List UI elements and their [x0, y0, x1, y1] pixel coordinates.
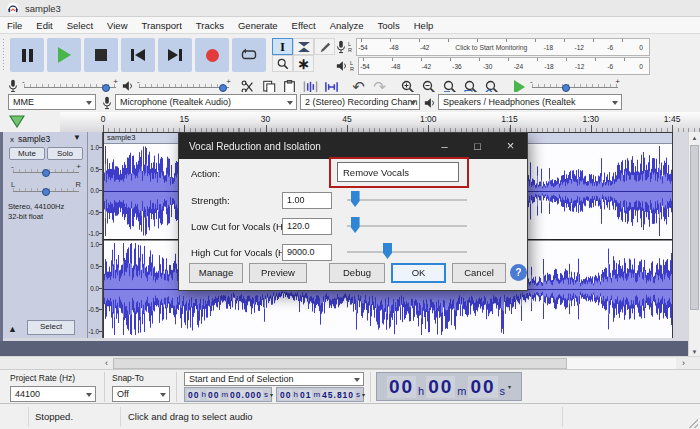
recording-meter-bar[interactable]: Click to Start Monitoring -54-48-42-18-1… [356, 38, 650, 56]
vocal-reduction-dialog[interactable]: Vocal Reduction and Isolation – □ × Acti… [178, 132, 528, 291]
selection-end-field[interactable]: 00h01m45.810s▾ [276, 387, 364, 402]
solo-button[interactable]: Solo [47, 147, 83, 160]
pause-button[interactable] [10, 38, 44, 72]
cancel-button[interactable]: Cancel [452, 263, 506, 283]
record-button[interactable] [195, 38, 229, 72]
pause-icon [22, 49, 33, 62]
slider-thumb[interactable] [42, 169, 50, 177]
menu-item[interactable]: Tracks [189, 19, 231, 32]
timeline-ruler[interactable]: 01530451:001:151:301:45 [60, 112, 700, 133]
recording-channels-select[interactable]: 2 (Stereo) Recording Chann [300, 94, 420, 110]
strength-slider[interactable] [347, 191, 467, 208]
envelope-tool-button[interactable] [293, 38, 314, 55]
separator [562, 407, 563, 427]
toolbar-grip[interactable] [2, 38, 6, 72]
selection-mode-select[interactable]: Start and End of Selection [184, 372, 364, 386]
selection-start-field[interactable]: 00h00m00.000s▾ [184, 387, 272, 402]
stop-button[interactable] [84, 38, 118, 72]
menu-item[interactable]: View [100, 19, 134, 32]
preview-button[interactable]: Preview [249, 263, 307, 283]
low-cut-slider[interactable] [347, 217, 467, 234]
menu-item[interactable]: Help [407, 19, 441, 32]
recording-device-select[interactable]: Microphone (Realtek Audio) [115, 94, 297, 110]
menu-item[interactable]: Analyze [323, 19, 371, 32]
selection-tool-button[interactable]: I [272, 38, 293, 55]
menu-item[interactable]: Tools [371, 19, 407, 32]
horizontal-scrollbar[interactable]: ‹ › [0, 356, 700, 369]
slider-thumb[interactable] [102, 84, 110, 92]
resize-grip[interactable] [689, 419, 698, 428]
chevron-down-icon [410, 101, 416, 105]
horizontal-scrollbar-thumb[interactable] [113, 358, 567, 369]
track-name[interactable]: sample3 [18, 134, 50, 144]
scroll-up-icon[interactable]: ▲ [689, 132, 700, 144]
low-cut-label: Low Cut for Vocals (Hz): [191, 221, 293, 232]
ok-button[interactable]: OK [391, 263, 446, 283]
snap-to-select[interactable]: Off [112, 386, 170, 402]
skip-to-start-button[interactable] [121, 38, 155, 72]
close-button[interactable]: × [494, 133, 527, 159]
playback-device-select[interactable]: Speakers / Headphones (Realtek [438, 94, 622, 110]
meter-ticks [363, 58, 645, 61]
window-titlebar[interactable]: sample3 [0, 0, 700, 17]
audio-position-display[interactable]: 00h00m00s▾ [376, 372, 522, 401]
skip-to-end-button[interactable] [158, 38, 192, 72]
vertical-scrollbar[interactable]: ▲ ▼ [688, 132, 700, 358]
strength-input[interactable]: 1.00 [282, 192, 332, 209]
track-close-button[interactable]: x [6, 134, 18, 146]
help-button[interactable]: ? [510, 264, 527, 281]
draw-tool-button[interactable] [314, 38, 335, 55]
vertical-scrollbar-thumb[interactable] [690, 145, 699, 310]
high-cut-slider[interactable] [347, 243, 467, 260]
amplitude-label: 0.5 [90, 262, 99, 269]
menu-item[interactable]: Transport [135, 19, 189, 32]
dropdown-arrow-icon[interactable]: ▾ [270, 391, 273, 398]
multi-tool-button[interactable]: ∗ [293, 55, 314, 72]
dialog-titlebar[interactable]: Vocal Reduction and Isolation – □ × [179, 133, 527, 159]
meter-channel-right-label: R [348, 47, 356, 53]
loop-button[interactable] [232, 38, 266, 72]
manage-button[interactable]: Manage [189, 263, 243, 283]
seconds-value: 00 [468, 376, 497, 398]
zoom-tool-button[interactable] [272, 55, 293, 72]
maximize-button[interactable]: □ [461, 133, 494, 159]
slider-thumb[interactable] [562, 84, 570, 92]
amplitude-ruler[interactable]: 1.00.50.0-0.5-1.01.00.50.0-0.5-1.0 [88, 132, 103, 338]
audio-host-select[interactable]: MME [8, 94, 96, 110]
playback-meter-bar[interactable]: -54-48-42-36-30-24-18-12-60 [358, 57, 650, 75]
dropdown-arrow-icon[interactable]: ▾ [362, 391, 365, 398]
scroll-left-icon[interactable]: ‹ [100, 358, 113, 369]
timeline-options-button[interactable] [9, 115, 25, 128]
gain-slider[interactable]: - + [13, 166, 79, 178]
slider-thumb[interactable] [42, 188, 50, 196]
pan-slider[interactable]: L R [13, 185, 79, 197]
high-cut-input[interactable]: 9000.0 [282, 244, 332, 261]
scroll-right-icon[interactable]: › [677, 358, 690, 369]
slider-thumb[interactable] [351, 191, 360, 207]
monitor-hint-label[interactable]: Click to Start Monitoring [455, 44, 527, 51]
menu-item[interactable]: File [0, 19, 29, 32]
menu-item[interactable]: Edit [29, 19, 59, 32]
track-select-button[interactable]: Select [27, 320, 75, 335]
project-rate-select[interactable]: 44100 [10, 386, 96, 402]
slider-thumb[interactable] [351, 217, 360, 233]
dropdown-arrow-icon[interactable]: ▾ [508, 383, 511, 390]
recording-meter[interactable]: LR Click to Start Monitoring -54-48-42-1… [336, 38, 650, 56]
track-menu-button[interactable]: ▼ [73, 133, 81, 142]
separator [176, 372, 177, 402]
track-control-panel[interactable]: x sample3 ▼ Mute Solo - + L R Stereo, 44… [3, 132, 88, 338]
horizontal-scrollbar-track[interactable] [113, 358, 676, 369]
slider-thumb[interactable] [383, 243, 392, 259]
play-button[interactable] [47, 38, 81, 72]
menu-item[interactable]: Generate [231, 19, 285, 32]
mute-button[interactable]: Mute [9, 147, 45, 160]
playback-meter[interactable]: LR -54-48-42-36-30-24-18-12-60 [336, 57, 650, 75]
audacity-window: sample3 FileEditSelectViewTransportTrack… [0, 0, 700, 429]
menu-item[interactable]: Select [60, 19, 100, 32]
debug-button[interactable]: Debug [329, 263, 385, 283]
collapse-track-button[interactable]: ▲ [8, 324, 17, 334]
low-cut-input[interactable]: 120.0 [282, 218, 332, 235]
minimize-button[interactable]: – [428, 133, 461, 159]
menu-item[interactable]: Effect [285, 19, 323, 32]
amplitude-label: 0.0 [90, 284, 99, 291]
